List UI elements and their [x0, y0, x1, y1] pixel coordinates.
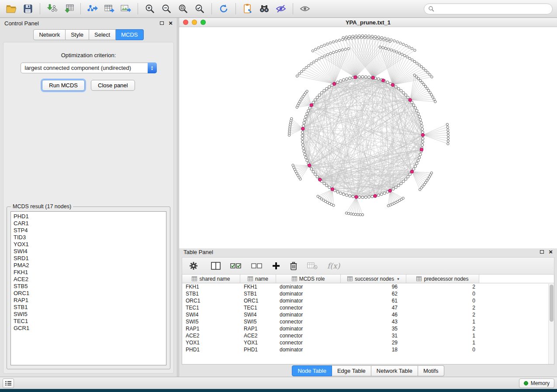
- open-file-icon[interactable]: [4, 2, 18, 16]
- save-session-icon[interactable]: [21, 2, 35, 16]
- task-history-icon[interactable]: [3, 378, 14, 388]
- mcds-result-item[interactable]: STB5: [11, 283, 166, 290]
- column-header-successor-nodes[interactable]: successor nodes▾: [341, 275, 406, 283]
- table-row[interactable]: YOX1YOX1connector291: [182, 339, 554, 346]
- tab-mcds[interactable]: MCDS: [116, 29, 143, 40]
- function-builder-icon: f(x): [327, 261, 340, 270]
- table-row[interactable]: SWI4SWI4dominator462: [182, 311, 554, 318]
- table-scrollbar[interactable]: [548, 284, 554, 364]
- table-cell: 0: [406, 298, 479, 304]
- mcds-result-item[interactable]: SWI5: [11, 311, 166, 318]
- table-row[interactable]: PHD1PHD1dominator180: [182, 346, 554, 353]
- toolbar-separator: [40, 3, 40, 14]
- table-row[interactable]: ACE2ACE2connector311: [182, 332, 554, 339]
- mcds-result-item[interactable]: SRD1: [11, 255, 166, 262]
- table-cell: 0: [406, 347, 479, 353]
- close-panel-button[interactable]: Close panel: [91, 80, 135, 91]
- memory-status-icon: [524, 381, 528, 385]
- table-row[interactable]: STB1STB1dominator620: [182, 290, 554, 297]
- hide-eye-icon[interactable]: [274, 2, 288, 16]
- tab-style[interactable]: Style: [66, 29, 89, 40]
- control-panel-titlebar: Control Panel ×: [0, 18, 177, 28]
- mcds-result-item[interactable]: STP4: [11, 227, 166, 234]
- column-header-MCDS-role[interactable]: MCDS role: [276, 275, 341, 283]
- table-cell: connector: [276, 340, 341, 346]
- mcds-result-item[interactable]: GCR1: [11, 325, 166, 332]
- show-column-panel-icon[interactable]: [211, 262, 221, 270]
- mcds-result-item[interactable]: FKH1: [11, 269, 166, 276]
- table-cell: 29: [341, 340, 406, 346]
- tab-network-table[interactable]: Network Table: [371, 365, 418, 376]
- zoom-out-icon[interactable]: [159, 2, 173, 16]
- tab-network[interactable]: Network: [33, 29, 66, 40]
- table-cell: SWI4: [182, 312, 240, 318]
- create-column-plus-icon[interactable]: [272, 262, 280, 270]
- zoom-fit-icon[interactable]: [176, 2, 190, 16]
- run-mcds-button[interactable]: Run MCDS: [42, 80, 85, 91]
- search-text-field[interactable]: [437, 6, 548, 12]
- table-row[interactable]: FKH1FKH1dominator962: [182, 283, 554, 290]
- export-table-icon[interactable]: [102, 2, 116, 16]
- binoculars-search-icon[interactable]: [257, 2, 271, 16]
- memory-button[interactable]: Memory: [519, 378, 554, 388]
- scrollbar-thumb[interactable]: [550, 285, 554, 322]
- network-graph[interactable]: [179, 27, 557, 247]
- show-eye-icon[interactable]: [298, 2, 312, 16]
- float-table-panel-icon[interactable]: [540, 250, 544, 254]
- column-header-shared-name[interactable]: shared name: [182, 275, 240, 283]
- close-table-panel-icon[interactable]: ×: [549, 249, 553, 254]
- select-all-columns-icon[interactable]: [230, 262, 242, 269]
- import-network-icon[interactable]: [45, 2, 59, 16]
- tab-select[interactable]: Select: [89, 29, 116, 40]
- table-panel: Table Panel ×: [179, 247, 557, 377]
- zoom-in-icon[interactable]: [143, 2, 157, 16]
- table-cell: ACE2: [182, 333, 240, 339]
- table-row[interactable]: SWI5SWI5connector431: [182, 318, 554, 325]
- mcds-result-item[interactable]: CAR1: [11, 220, 166, 227]
- import-table-icon[interactable]: [62, 2, 76, 16]
- clipboard-network-icon[interactable]: [241, 2, 255, 16]
- table-row[interactable]: ORC1ORC1dominator610: [182, 297, 554, 304]
- close-control-panel-icon[interactable]: ×: [169, 21, 173, 26]
- close-window-icon[interactable]: [183, 20, 188, 25]
- minimize-window-icon[interactable]: [192, 20, 197, 25]
- search-input[interactable]: [424, 3, 553, 14]
- mcds-result-item[interactable]: PMA2: [11, 262, 166, 269]
- export-image-icon[interactable]: [119, 2, 133, 16]
- mcds-result-item[interactable]: TID3: [11, 234, 166, 241]
- zoom-selected-icon[interactable]: [193, 2, 207, 16]
- cytoscape-window: Control Panel × NetworkStyleSelectMCDS O…: [0, 0, 557, 389]
- mcds-result-list[interactable]: PHD1CAR1STP4TID3YOX1SWI4SRD1PMA2FKH1ACE2…: [10, 211, 166, 365]
- refresh-icon[interactable]: [217, 2, 231, 16]
- mcds-result-item[interactable]: SWI4: [11, 248, 166, 255]
- export-network-icon[interactable]: [86, 2, 100, 16]
- column-header-predecessor-nodes[interactable]: predecessor nodes: [406, 275, 479, 283]
- optimization-criterion-label: Optimization criterion:: [3, 52, 173, 58]
- mcds-result-item[interactable]: YOX1: [11, 241, 166, 248]
- table-cell: 62: [341, 291, 406, 297]
- mcds-result-item[interactable]: RAP1: [11, 297, 166, 304]
- mcds-result-item[interactable]: ACE2: [11, 276, 166, 283]
- network-view[interactable]: [179, 27, 557, 248]
- tab-node-table[interactable]: Node Table: [292, 365, 332, 376]
- table-settings-gear-icon[interactable]: [189, 261, 198, 270]
- mcds-result-item[interactable]: ORC1: [11, 290, 166, 297]
- control-panel-title: Control Panel: [4, 20, 39, 27]
- mcds-result-item[interactable]: PHD1: [11, 213, 166, 220]
- deselect-all-columns-icon[interactable]: [251, 262, 263, 269]
- mcds-result-item[interactable]: STB1: [11, 304, 166, 311]
- table-cell: 2: [406, 326, 479, 332]
- toolbar-separator: [80, 3, 81, 14]
- tab-edge-table[interactable]: Edge Table: [332, 365, 371, 376]
- column-header-name[interactable]: name: [240, 275, 276, 283]
- table-row[interactable]: TEC1TEC1connector472: [182, 304, 554, 311]
- table-cell: dominator: [276, 284, 341, 290]
- table-cell: 43: [341, 319, 406, 325]
- float-panel-icon[interactable]: [160, 21, 164, 25]
- tab-motifs[interactable]: Motifs: [418, 365, 444, 376]
- maximize-window-icon[interactable]: [201, 20, 206, 25]
- criterion-dropdown[interactable]: largest connected component (undirected)…: [21, 62, 157, 73]
- delete-column-trash-icon[interactable]: [290, 261, 298, 270]
- table-row[interactable]: RAP1RAP1dominator352: [182, 325, 554, 332]
- mcds-result-item[interactable]: TEC1: [11, 318, 166, 325]
